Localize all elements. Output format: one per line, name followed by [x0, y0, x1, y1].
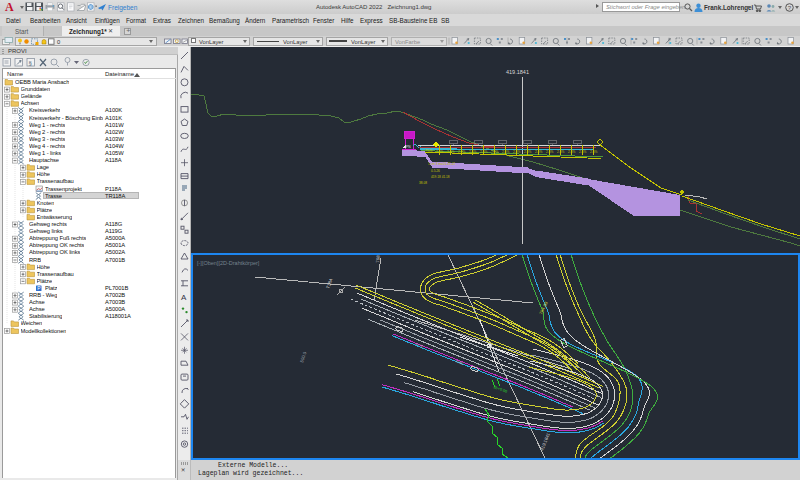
svg-text:38.08: 38.08: [419, 181, 427, 185]
svg-text:PN: PN: [406, 145, 411, 149]
svg-text:2.0%: 2.0%: [524, 150, 531, 154]
svg-text:0.5.26: 0.5.26: [431, 169, 440, 173]
svg-text:784.88: 784.88: [538, 300, 549, 315]
svg-text:7%%: 7%%: [425, 149, 433, 153]
svg-text:T18A: T18A: [325, 278, 333, 290]
svg-text:2.0%: 2.0%: [535, 150, 542, 154]
svg-text:2.0%: 2.0%: [436, 150, 443, 154]
svg-text:3b+0.00: 3b+0.00: [493, 384, 509, 394]
svg-text:2.0%: 2.0%: [579, 150, 586, 154]
svg-text:2.0%: 2.0%: [590, 150, 597, 154]
svg-text:500.0: 500.0: [299, 351, 307, 364]
svg-text:2.0%: 2.0%: [513, 150, 520, 154]
svg-text:2.0%: 2.0%: [480, 150, 487, 154]
svg-text:419.18 41.18: 419.18 41.18: [431, 175, 450, 179]
svg-text:2.0%: 2.0%: [458, 150, 465, 154]
svg-text:4+80: 4+80: [455, 359, 464, 366]
svg-text:?: ?: [788, 5, 792, 11]
svg-text:419.1841: 419.1841: [539, 432, 551, 452]
svg-text:[-][Oben][2D-Drahtkörper]: [-][Oben][2D-Drahtkörper]: [197, 260, 260, 266]
svg-text:2.0%: 2.0%: [469, 150, 476, 154]
svg-text:4+75: 4+75: [415, 342, 424, 349]
svg-text:2.0%: 2.0%: [568, 150, 575, 154]
svg-text:1 cm 3 ma01.45.41: 1 cm 3 ma01.45.41: [428, 162, 456, 166]
svg-text:§: §: [29, 60, 32, 66]
svg-text:2.0%: 2.0%: [557, 150, 564, 154]
svg-text:2.0%: 2.0%: [491, 150, 498, 154]
svg-text:419.1841: 419.1841: [506, 69, 529, 75]
svg-text:2.0%: 2.0%: [447, 150, 454, 154]
svg-text:2.0%: 2.0%: [546, 150, 553, 154]
svg-text:A: A: [181, 293, 187, 302]
svg-text:2.0%: 2.0%: [502, 150, 509, 154]
